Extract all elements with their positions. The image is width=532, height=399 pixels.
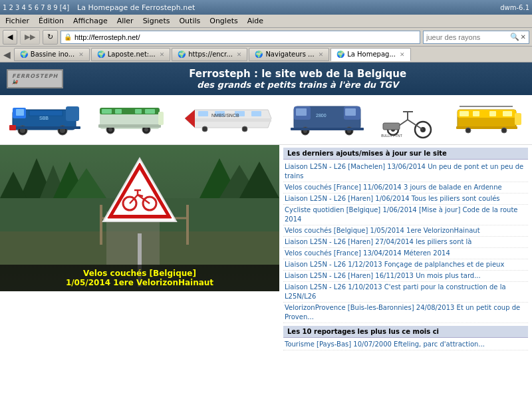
- popular-link-0[interactable]: Tourisme [Pays-Bas] 10/07/2000 Efteling,…: [283, 339, 528, 350]
- search-icon[interactable]: 🔍: [510, 33, 519, 41]
- popular-section-title: Les 10 reportages les plus lus ce mois c…: [283, 326, 528, 338]
- news-link-8[interactable]: Liaison L25N - L26 [Haren] 16/11/2013 Un…: [283, 271, 528, 282]
- tabs-scroll-left[interactable]: ◀: [1, 49, 13, 60]
- tab-close-0[interactable]: ✕: [78, 51, 84, 58]
- svg-rect-4: [29, 110, 63, 116]
- window-title: La Homepage de Ferrosteph.net: [77, 3, 195, 12]
- svg-text:SBB: SBB: [39, 116, 49, 120]
- title-bar: 1 2 3 4 5 6 7 8 9 [4] La Homepage de Fer…: [0, 0, 532, 15]
- svg-rect-54: [383, 123, 400, 130]
- train-image-4: 2800: [291, 100, 364, 140]
- menu-signets[interactable]: Signets: [139, 15, 174, 27]
- tram-image: [456, 100, 523, 140]
- news-link-4[interactable]: Velos couchés [Belgique] 1/05/2014 1ere …: [283, 225, 528, 237]
- browser-content: FERROSTEPH 🚂 Ferrosteph : le site web de…: [0, 63, 532, 399]
- right-panel[interactable]: Les derniers ajouts/mises à jour sur le …: [279, 145, 532, 368]
- menu-edition[interactable]: Édition: [35, 15, 68, 27]
- reload-button[interactable]: ↻: [43, 30, 58, 45]
- photo-container: Velos couchés [Belgique]1/05/2014 1ere V…: [0, 145, 279, 291]
- tab-label-1: Laposte.net:...: [108, 51, 156, 58]
- tab-2[interactable]: 🌍 https://encr... ✕: [172, 48, 247, 61]
- svg-rect-60: [489, 111, 496, 116]
- menu-bar: Fichier Édition Affichage Aller Signets …: [0, 15, 532, 28]
- tabs-bar: ◀ 🌍 Bassine ino... ✕ 🌍 Laposte.net:... ✕…: [0, 47, 532, 63]
- tab-favicon-4: 🌍: [336, 51, 344, 58]
- train-image-3: NMBS/SNCB: [182, 100, 275, 140]
- menu-affichage[interactable]: Affichage: [69, 15, 112, 27]
- lock-icon: 🔒: [64, 33, 72, 41]
- search-bar: 🔍 ✕: [423, 31, 529, 44]
- menu-fichier[interactable]: Fichier: [1, 15, 33, 27]
- svg-point-64: [501, 128, 507, 133]
- url-bar: 🔒: [61, 31, 420, 44]
- menu-aide[interactable]: Aide: [243, 15, 267, 27]
- svg-text:2800: 2800: [316, 113, 327, 118]
- svg-point-21: [144, 128, 148, 132]
- wm-label: dwm-6.1: [500, 4, 529, 11]
- svg-point-63: [466, 128, 471, 133]
- tab-label-2: https://encr...: [188, 51, 233, 58]
- svg-point-32: [242, 126, 247, 132]
- photo-caption: Velos couchés [Belgique]1/05/2014 1ere V…: [0, 265, 279, 291]
- svg-rect-62: [456, 126, 517, 129]
- svg-rect-23: [158, 112, 164, 125]
- search-input[interactable]: [426, 33, 509, 41]
- news-link-6[interactable]: Velos couchés [France] 13/04/2014 Métere…: [283, 248, 528, 259]
- svg-rect-45: [291, 128, 364, 130]
- forward-button[interactable]: ▶▶: [20, 30, 40, 45]
- svg-rect-22: [98, 124, 161, 128]
- tab-close-1[interactable]: ✕: [160, 51, 165, 58]
- photo-caption-text: Velos couchés [Belgique]1/05/2014 1ere V…: [66, 269, 213, 287]
- svg-rect-1: [66, 106, 79, 121]
- svg-rect-3: [16, 109, 24, 116]
- back-button[interactable]: ◀: [3, 30, 17, 45]
- site-header: FERROSTEPH 🚂 Ferrosteph : le site web de…: [0, 63, 532, 95]
- menu-onglets[interactable]: Onglets: [205, 15, 241, 27]
- svg-rect-80: [186, 205, 189, 245]
- tab-favicon-3: 🌍: [255, 51, 263, 58]
- tab-close-4[interactable]: ✕: [400, 51, 405, 58]
- site-title-line1: Ferrosteph : le site web de la Belgique: [70, 68, 525, 80]
- news-link-9[interactable]: Liaison L25N - L26 1/10/2013 C'est parti…: [283, 282, 528, 303]
- news-link-10[interactable]: VelorizonProvence [Buis-les-Baronnies] 2…: [283, 303, 528, 323]
- svg-rect-61: [503, 111, 512, 116]
- news-link-1[interactable]: Velos couchés [France] 11/06/2014 3 jour…: [283, 182, 528, 194]
- tab-close-3[interactable]: ✕: [319, 51, 324, 58]
- svg-text:NMBS/SNCB: NMBS/SNCB: [211, 113, 239, 118]
- svg-rect-16: [135, 109, 142, 114]
- svg-point-31: [202, 126, 207, 132]
- tab-3[interactable]: 🌍 Navigateurs ... ✕: [249, 48, 329, 61]
- svg-rect-17: [145, 109, 155, 114]
- tab-label-0: Bassine ino...: [31, 51, 74, 58]
- bike-image: BULLITT•TNT: [380, 100, 440, 140]
- workspace-indicator: 1 2 3 4 5 6 7 8 9 [4]: [3, 4, 69, 11]
- tab-0[interactable]: 🌍 Bassine ino... ✕: [14, 48, 90, 61]
- svg-rect-14: [102, 109, 112, 114]
- nav-bar: ◀ ▶▶ ↻ 🔒 🔍 ✕: [0, 28, 532, 47]
- url-input[interactable]: [74, 33, 417, 41]
- tab-close-2[interactable]: ✕: [237, 51, 242, 58]
- clear-search-icon[interactable]: ✕: [521, 33, 526, 41]
- svg-rect-26: [198, 111, 208, 116]
- tab-1[interactable]: 🌍 Laposte.net:... ✕: [91, 48, 171, 61]
- site-title-line2: des grands et petits trains à l'ère du T…: [70, 80, 525, 90]
- menu-outils[interactable]: Outils: [175, 15, 204, 27]
- news-link-2[interactable]: Liaison L25N - L26 [Haren] 1/06/2014 Tou…: [283, 194, 528, 205]
- svg-rect-11: [9, 125, 16, 130]
- train-image-2: [98, 100, 165, 140]
- news-link-5[interactable]: Liaison L25N - L26 [Haren] 27/04/2014 le…: [283, 237, 528, 248]
- svg-rect-58: [460, 111, 469, 116]
- svg-text:BULLITT•TNT: BULLITT•TNT: [382, 134, 402, 138]
- menu-aller[interactable]: Aller: [113, 15, 138, 27]
- news-link-3[interactable]: Cycliste quotidien [Belgique] 1/06/2014 …: [283, 205, 528, 225]
- svg-rect-59: [473, 111, 479, 116]
- svg-rect-9: [11, 126, 80, 129]
- tab-4[interactable]: 🌍 La Homepag... ✕: [331, 48, 410, 61]
- svg-rect-37: [296, 108, 307, 116]
- svg-rect-15: [115, 109, 122, 114]
- news-link-7[interactable]: Liaison L25N - L26 1/12/2013 Fonçage de …: [283, 259, 528, 271]
- tab-label-4: La Homepag...: [347, 51, 396, 58]
- news-link-0[interactable]: Liaison L25N - L26 [Machelen] 13/06/2014…: [283, 162, 528, 182]
- svg-rect-65: [515, 113, 521, 125]
- updates-section-title: Les derniers ajouts/mises à jour sur le …: [283, 148, 528, 160]
